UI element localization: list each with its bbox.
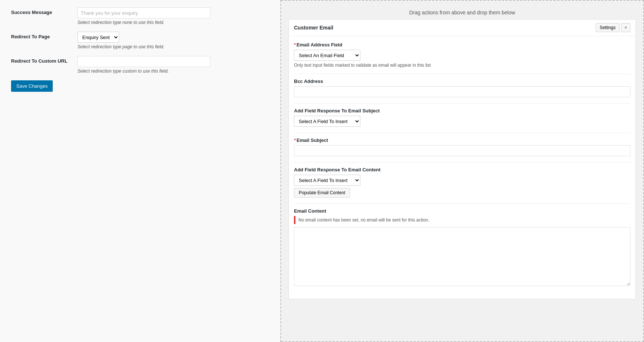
field-response-content-label: Add Field Response To Email Content: [294, 167, 630, 172]
divider-5: [294, 203, 630, 204]
field-response-subject-select[interactable]: Select A Field To Insert: [294, 116, 360, 127]
field-response-subject-section: Add Field Response To Email Subject Sele…: [294, 108, 630, 127]
email-address-section: *Email Address Field Select An Email Fie…: [294, 42, 630, 68]
redirect-url-label: Redirect To Custom URL: [11, 56, 77, 64]
email-card-header: Customer Email Settings ×: [289, 20, 636, 36]
close-button[interactable]: ×: [621, 23, 630, 32]
save-changes-button[interactable]: Save Changes: [11, 80, 53, 92]
email-card: Customer Email Settings × *Email Address…: [288, 19, 636, 299]
divider-4: [294, 162, 630, 163]
success-message-label: Success Message: [11, 7, 77, 15]
email-address-select[interactable]: Select An Email Field: [294, 50, 360, 61]
email-card-actions: Settings ×: [596, 23, 630, 32]
redirect-url-input[interactable]: [77, 56, 210, 67]
divider-1: [294, 74, 630, 74]
field-response-subject-label: Add Field Response To Email Subject: [294, 108, 630, 114]
email-address-required: *: [294, 42, 296, 48]
email-address-label: *Email Address Field: [294, 42, 630, 48]
settings-button[interactable]: Settings: [596, 23, 620, 32]
email-subject-section: *Email Subject: [294, 137, 630, 156]
field-response-content-select[interactable]: Select A Field To Insert: [294, 175, 360, 186]
email-subject-input[interactable]: [294, 145, 630, 156]
redirect-page-label: Redirect To Page: [11, 32, 77, 39]
populate-email-content-button[interactable]: Populate Email Content: [294, 188, 350, 198]
field-response-content-section: Add Field Response To Email Content Sele…: [294, 167, 630, 198]
divider-2: [294, 103, 630, 104]
divider-3: [294, 133, 630, 133]
bcc-address-label: Bcc Address: [294, 78, 630, 84]
email-content-warning: No email content has been set, no email …: [294, 216, 630, 224]
email-content-textarea[interactable]: [294, 227, 630, 286]
bcc-address-input[interactable]: [294, 86, 630, 97]
email-card-body: *Email Address Field Select An Email Fie…: [289, 36, 636, 299]
email-subject-label: *Email Subject: [294, 137, 630, 143]
drag-header: Drag actions from above and drop them be…: [281, 4, 643, 19]
redirect-page-help: Select redirection type page to use this…: [77, 44, 269, 49]
email-subject-required: *: [294, 137, 296, 143]
success-message-help: Select redirection type none to use this…: [77, 20, 269, 25]
redirect-page-select[interactable]: Enquiry Sent: [77, 32, 119, 43]
success-message-input[interactable]: [77, 7, 210, 18]
bcc-address-section: Bcc Address: [294, 78, 630, 97]
email-content-label: Email Content: [294, 208, 630, 214]
email-content-section: Email Content No email content has been …: [294, 208, 630, 287]
email-address-help: Only text input fields marked to validat…: [294, 63, 630, 68]
email-card-title: Customer Email: [294, 25, 333, 31]
redirect-url-help: Select redirection type custom to use th…: [77, 69, 269, 74]
